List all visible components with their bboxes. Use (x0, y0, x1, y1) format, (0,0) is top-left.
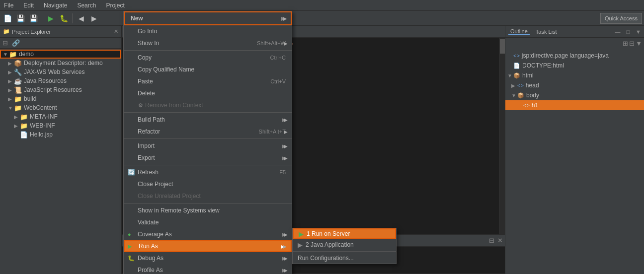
cm-go-into[interactable]: Go Into (124, 25, 292, 37)
menu-edit[interactable]: Edit (21, 1, 36, 10)
cm-show-in-shortcut: Shift+Alt+W (257, 40, 286, 46)
tree-icon: 📁 (20, 122, 28, 130)
cm-export[interactable]: Export ▶ (124, 152, 292, 164)
cm-close-project[interactable]: Close Project (124, 178, 292, 190)
runas-java-label: 2 Java Application (306, 241, 354, 248)
project-explorer-close[interactable]: ✕ (114, 28, 118, 35)
tree-icon: 📄 (20, 131, 28, 138)
menu-bar: File Edit Navigate Search Project (0, 0, 644, 11)
cm-profile-as[interactable]: Profile As ▶ (124, 264, 292, 274)
tree-item-metainf[interactable]: ▶ 📁 META-INF (0, 112, 121, 121)
outline-icon: <> (517, 82, 524, 88)
tree-item-jaxws[interactable]: ▶ 🔧 JAX-WS Web Services (0, 68, 121, 76)
cm-new-label: New (131, 15, 143, 22)
outline-icon: 📦 (513, 72, 520, 79)
runas-item-java[interactable]: ▶ 2 Java Application (293, 239, 396, 250)
outline-toolbar-btn2[interactable]: ⊟ (629, 40, 635, 47)
tree-arrow: ▼ (8, 105, 14, 111)
cm-new[interactable]: New ▶ (124, 11, 292, 25)
outline-max-btn[interactable]: □ (626, 29, 630, 35)
tree-item-demo[interactable]: ▼ 📁 demo (0, 50, 121, 59)
outline-body[interactable]: ▼ 📦 body (505, 90, 644, 100)
outline-icon: 📦 (517, 92, 524, 99)
cm-paste[interactable]: Paste Ctrl+V (124, 75, 292, 87)
tree-arrow: ▶ (8, 61, 14, 66)
project-explorer-panel: 📁 Project Explorer ✕ ⊟ 🔗 ▼ 📁 demo ▶ 📦 De… (0, 26, 122, 274)
cm-build-path[interactable]: Build Path ▶ (124, 114, 292, 126)
cm-debug-as[interactable]: 🐛 Debug As ▶ (124, 252, 292, 264)
cm-refresh[interactable]: 🔄 Refresh F5 (124, 166, 292, 178)
tree-label: build (24, 95, 36, 102)
cm-sep-2 (124, 112, 292, 113)
menu-file[interactable]: File (2, 1, 15, 10)
outline-arrow (517, 103, 523, 108)
outline-doctype[interactable]: 📄 DOCTYPE:html (505, 61, 644, 70)
runas-item-server[interactable]: ▶ 1 Run on Server (293, 228, 396, 239)
tree-arrow: ▶ (14, 114, 20, 120)
tree-item-deployment[interactable]: ▶ 📦 Deployment Descriptor: demo (0, 59, 121, 68)
cm-show-in-label: Show In (138, 40, 159, 47)
outline-toolbar-btn3[interactable]: ▼ (636, 40, 642, 47)
cm-import[interactable]: Import ▶ (124, 140, 292, 152)
cm-new-arrow: ▶ (281, 15, 285, 22)
menu-search[interactable]: Search (75, 1, 98, 10)
outline-h1[interactable]: <> h1 (505, 100, 644, 110)
outline-icon: <> (523, 102, 530, 108)
toolbar-fwd-btn[interactable]: ▶ (88, 13, 99, 24)
outline-menu-btn[interactable]: ▼ (636, 29, 641, 35)
outline-toolbar: ⊞ ⊟ ▼ (505, 38, 644, 49)
runas-item-config[interactable]: Run Configurations... (293, 253, 396, 264)
bottom-panel-max[interactable]: ⊟ (489, 237, 494, 244)
cm-paste-shortcut: Ctrl+V (270, 78, 286, 84)
tree-label: Deployment Descriptor: demo (24, 60, 103, 67)
project-explorer-toolbar: ⊟ 🔗 (0, 38, 121, 49)
outline-directive[interactable]: <> jsp:directive.page language=java (505, 51, 644, 61)
cm-show-remote[interactable]: Show in Remote Systems view (124, 205, 292, 216)
bottom-panel-close[interactable]: ✕ (497, 237, 503, 244)
context-menu: New ▶ Go Into Show In Shift+Alt+W Copy C… (123, 11, 292, 274)
cm-remove-context: ⚙ Remove from Context (124, 99, 292, 111)
toolbar-run-btn[interactable]: ▶ (45, 13, 56, 24)
toolbar-debug-btn[interactable]: 🐛 (58, 13, 69, 24)
toolbar-save-btn[interactable]: 💾 (15, 13, 26, 24)
menu-project[interactable]: Project (104, 1, 126, 10)
tree-item-webinf[interactable]: ▶ 📁 WEB-INF (0, 121, 121, 130)
toolbar-save-all-btn[interactable]: 💾 (28, 13, 39, 24)
outline-min-btn[interactable]: — (615, 29, 620, 35)
cm-delete[interactable]: Delete (124, 87, 292, 99)
toolbar-back-btn[interactable]: ◀ (76, 13, 86, 24)
tree-icon: 📁 (20, 113, 28, 121)
cm-import-arrow: ▶ (282, 143, 286, 149)
toolbar-new-btn[interactable]: 📄 (2, 13, 13, 24)
tree-item-webcontent[interactable]: ▼ 📁 WebContent (0, 103, 121, 112)
cm-coverage-label: Coverage As (138, 231, 172, 238)
tree-arrow: ▶ (8, 78, 14, 84)
scrollbar-thumb[interactable] (500, 39, 505, 54)
cm-show-in[interactable]: Show In Shift+Alt+W (124, 37, 292, 49)
tree-item-javascript[interactable]: ▶ 📜 JavaScript Resources (0, 85, 121, 94)
cm-copy-qualified[interactable]: Copy Qualified Name (124, 64, 292, 75)
outline-toolbar-btn1[interactable]: ⊞ (623, 40, 628, 47)
quick-access-button[interactable]: Quick Access (600, 13, 642, 24)
cm-run-as[interactable]: ▶ Run As ▶ (124, 240, 292, 252)
cm-remove-context-label: Remove from Context (145, 102, 203, 109)
tree-arrow-demo: ▼ (3, 52, 9, 57)
cm-delete-label: Delete (138, 90, 155, 97)
tab-task-list[interactable]: Task List (534, 29, 559, 35)
cm-validate[interactable]: Validate (124, 216, 292, 228)
menu-navigate[interactable]: Navigate (42, 1, 69, 10)
cm-coverage[interactable]: ● Coverage As ▶ (124, 228, 292, 240)
outline-html[interactable]: ▼ 📦 html (505, 70, 644, 80)
cm-copy-label: Copy (138, 54, 152, 61)
cm-refactor[interactable]: Refactor Shift+Alt+T (124, 126, 292, 137)
tree-item-build[interactable]: ▶ 📁 build (0, 94, 121, 103)
tab-outline[interactable]: Outline (508, 28, 530, 35)
collapse-all-btn[interactable]: ⊟ (1, 39, 9, 47)
link-editor-btn[interactable]: 🔗 (10, 39, 21, 47)
tree-item-java[interactable]: ▶ ☕ Java Resources (0, 76, 121, 85)
outline-head[interactable]: ▶ <> head (505, 80, 644, 90)
tree-item-hellojsp[interactable]: 📄 Hello.jsp (0, 130, 121, 139)
project-explorer-icon: 📁 (3, 28, 10, 35)
tree-icon: ☕ (14, 77, 22, 85)
cm-copy[interactable]: Copy Ctrl+C (124, 52, 292, 64)
